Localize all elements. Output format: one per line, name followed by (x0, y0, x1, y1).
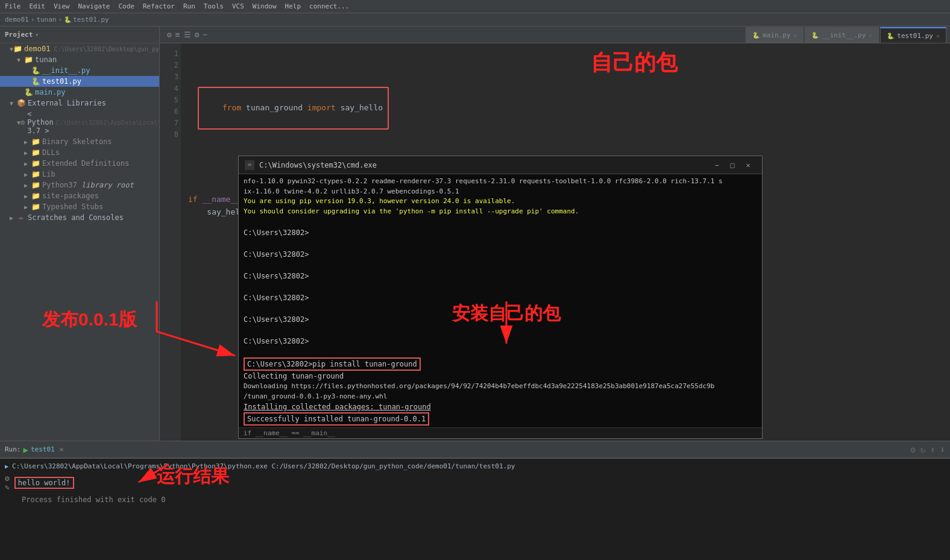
cmd-success: Successfully installed tunan-ground-0.0.… (244, 412, 429, 426)
menu-view[interactable]: View (54, 2, 70, 10)
tab-test01-close[interactable]: ✕ (936, 33, 940, 39)
breadcrumb: demo01 › tunan › 🐍 test01.py (0, 13, 950, 27)
minus-icon[interactable]: − (203, 30, 207, 39)
sidebar-item-external[interactable]: ▼ 📦 External Libraries (0, 98, 159, 109)
close-button[interactable]: ✕ (740, 159, 756, 172)
cmd-title: C:\Windows\system32\cmd.exe (259, 161, 709, 169)
breadcrumb-file-icon: 🐍 (64, 16, 71, 23)
maximize-button[interactable]: □ (725, 159, 740, 172)
sidebar-item-typeshed[interactable]: ▶ 📁 Typeshed Stubs (0, 201, 159, 212)
tab-mainpy-label: main.py (763, 31, 790, 39)
tab-bar: ⚙ ≡ ☰ ⚙ − 🐍 main.py ✕ 🐍 __init__.py ✕ (160, 27, 950, 43)
terminal-content: ▶ C:\Users\32802\AppData\Local\Programs\… (0, 459, 950, 560)
cmd-blank5 (244, 303, 757, 314)
cmd-prompt5: C:\Users\32802> (244, 314, 757, 325)
cmd-pip-install: C:\Users\32802>pip install tunan-ground (244, 357, 757, 371)
sidebar-item-demo01[interactable]: ▼ 📁 demo01 C:\Users\32802\Desktop\gun_py… (0, 43, 159, 54)
run-indicator: ▶ (5, 463, 8, 470)
run-filename: test01 (31, 445, 55, 453)
menu-navigate[interactable]: Navigate (78, 2, 110, 10)
run-toolbar-icon2[interactable]: ↻ (920, 445, 925, 455)
tab-mainpy-icon: 🐍 (752, 32, 760, 39)
sidebar-item-init[interactable]: ▶ 🐍 __init__.py (0, 65, 159, 76)
breadcrumb-part2[interactable]: tunan (36, 16, 56, 24)
cmd-blank3 (244, 260, 757, 271)
cmd-line-1: nfo-1.10.0 pywin32-ctypes-0.2.2 readme-r… (244, 177, 757, 187)
tab-mainpy-close[interactable]: ✕ (793, 32, 797, 39)
sidebar-item-dlls[interactable]: ▶ 📁 DLLs (0, 147, 159, 158)
sidebar-item-binary[interactable]: ▶ 📁 Binary Skeletons (0, 136, 159, 147)
sidebar-project-label: Project (5, 31, 33, 39)
toolbar-icons: ⚙ ≡ ☰ ⚙ − (162, 30, 212, 39)
sidebar-header: Project ▾ (0, 27, 159, 43)
tabs: 🐍 main.py ✕ 🐍 __init__.py ✕ 🐍 test01.py … (746, 27, 948, 43)
gear-icon[interactable]: ⚙ (195, 30, 200, 39)
cmd-pip-warning2: You should consider upgrading via the 'p… (244, 207, 757, 217)
cmd-line-2: ix-1.16.0 twine-4.0.2 urllib3-2.0.7 webe… (244, 187, 757, 197)
align-icon[interactable]: ≡ (175, 30, 180, 39)
menu-connect[interactable]: connect... (309, 2, 349, 10)
cmd-prompt3: C:\Users\32802> (244, 271, 757, 282)
run-toolbar-icon3[interactable]: ⬆ (930, 445, 935, 455)
cmd-window: ⌨ C:\Windows\system32\cmd.exe − □ ✕ nfo-… (238, 156, 763, 439)
menu-window[interactable]: Window (253, 2, 277, 10)
scratch-icon: ✏ (17, 213, 25, 222)
menu-help[interactable]: Help (285, 2, 301, 10)
library-icon: 📦 (17, 99, 25, 107)
cmd-body[interactable]: nfo-1.10.0 pywin32-ctypes-0.2.2 readme-r… (239, 174, 762, 427)
align2-icon[interactable]: ☰ (184, 30, 191, 39)
folder-icon: 📁 (13, 45, 22, 53)
cmd-blank1 (244, 216, 757, 227)
sidebar-item-mainpy[interactable]: ▶ 🐍 main.py (0, 87, 159, 98)
line-numbers: 1 2 3 4 5 6 7 8 (160, 43, 181, 441)
folder-icon: 📁 (31, 170, 40, 178)
sidebar-collapse-icon[interactable]: ▾ (35, 31, 39, 38)
sidebar-item-tunan[interactable]: ▼ 📁 tunan (0, 54, 159, 65)
breadcrumb-part3[interactable]: test01.py (73, 16, 109, 24)
tab-init-icon: 🐍 (811, 32, 819, 39)
cmd-downloading: Downloading https://files.pythonhosted.o… (244, 382, 757, 392)
menu-file[interactable]: File (5, 2, 21, 10)
sidebar-item-lib[interactable]: ▶ 📁 Lib (0, 169, 159, 180)
run-toolbar-icon1[interactable]: ⚙ (910, 445, 915, 455)
cmd-blank4 (244, 282, 757, 292)
cmd-icon: ⌨ (245, 160, 254, 170)
cmd-status-bar: if __name__ == __main__ (239, 427, 762, 438)
run-toolbar-icon4[interactable]: ⬇ (940, 445, 945, 455)
menu-tools[interactable]: Tools (204, 2, 224, 10)
settings-icon[interactable]: ⚙ (167, 30, 172, 39)
run-file: ▶ test01 ✕ (24, 445, 64, 455)
cmd-blank6 (244, 325, 757, 336)
run-command: C:\Users\32802\AppData\Local\Programs\Py… (12, 462, 515, 470)
folder-icon: 📁 (31, 192, 40, 200)
cmd-collecting: Collecting tunan-ground (244, 371, 757, 382)
menu-bar: File Edit View Navigate Code Refactor Ru… (0, 0, 950, 13)
tab-init-close[interactable]: ✕ (869, 32, 872, 39)
sidebar-item-python37root[interactable]: ▶ 📁 Python37 library root (0, 180, 159, 190)
sidebar-item-sitepackages[interactable]: ▶ 📁 site-packages (0, 190, 159, 201)
menu-refactor[interactable]: Refactor (143, 2, 175, 10)
folder-icon: 📁 (31, 159, 40, 168)
menu-code[interactable]: Code (118, 2, 134, 10)
breadcrumb-part1[interactable]: demo01 (5, 16, 29, 24)
menu-edit[interactable]: Edit (30, 2, 46, 10)
folder-icon: 📁 (31, 203, 40, 211)
sidebar-item-extended[interactable]: ▶ 📁 Extended Definitions (0, 158, 159, 169)
menu-run[interactable]: Run (183, 2, 195, 10)
tab-test01[interactable]: 🐍 test01.py ✕ (880, 27, 946, 43)
tab-mainpy[interactable]: 🐍 main.py ✕ (746, 27, 804, 43)
cmd-prompt6: C:\Users\32802> (244, 336, 757, 347)
minimize-button[interactable]: − (709, 159, 725, 172)
cmd-prompt1: C:\Users\32802> (244, 227, 757, 238)
sidebar-item-test01[interactable]: ▶ 🐍 test01.py (0, 76, 159, 87)
sidebar-item-scratches[interactable]: ▶ ✏ Scratches and Consoles (0, 212, 159, 223)
folder-icon: 📁 (24, 55, 33, 64)
run-bar: Run: ▶ test01 ✕ ⚙ ↻ ⬆ ⬇ (0, 441, 950, 458)
menu-vcs[interactable]: VCS (232, 2, 244, 10)
tab-init[interactable]: 🐍 __init__.py ✕ (805, 27, 879, 43)
run-close[interactable]: ✕ (60, 445, 64, 453)
hello-output: hello world! (14, 477, 74, 489)
sidebar-item-python37[interactable]: ▼ ⚙ < Python 3.7 > C:\Users\32802\AppDat… (0, 109, 159, 136)
python-icon: ⚙ (20, 118, 25, 127)
tab-test01-label: test01.py (897, 32, 933, 40)
